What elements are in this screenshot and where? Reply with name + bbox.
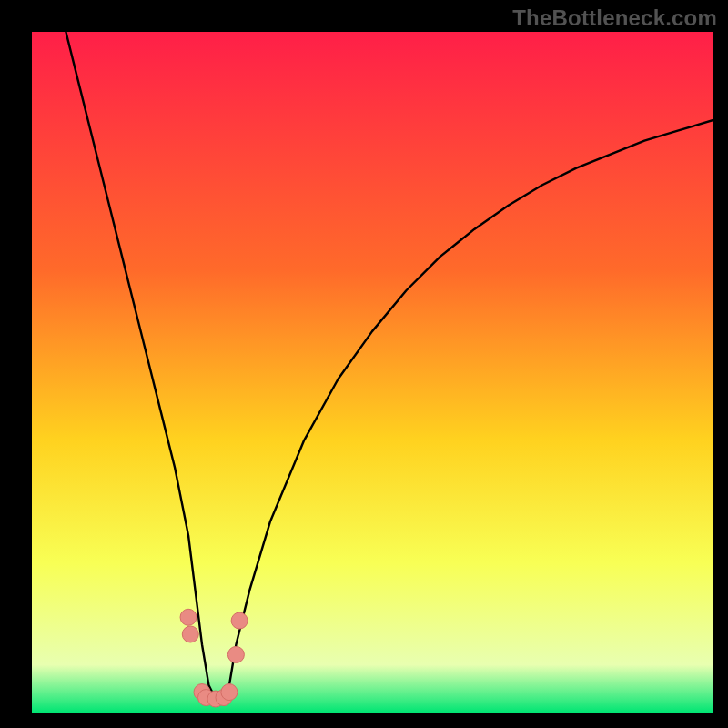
bottleneck-chart — [32, 32, 713, 713]
plot-area — [32, 32, 713, 713]
data-marker — [180, 609, 197, 625]
chart-frame: TheBottleneck.com — [0, 0, 728, 728]
data-marker — [228, 646, 244, 662]
gradient-background — [32, 32, 713, 713]
watermark-text: TheBottleneck.com — [512, 5, 717, 31]
data-marker — [221, 684, 238, 701]
data-marker — [182, 626, 198, 642]
data-marker — [231, 612, 248, 629]
